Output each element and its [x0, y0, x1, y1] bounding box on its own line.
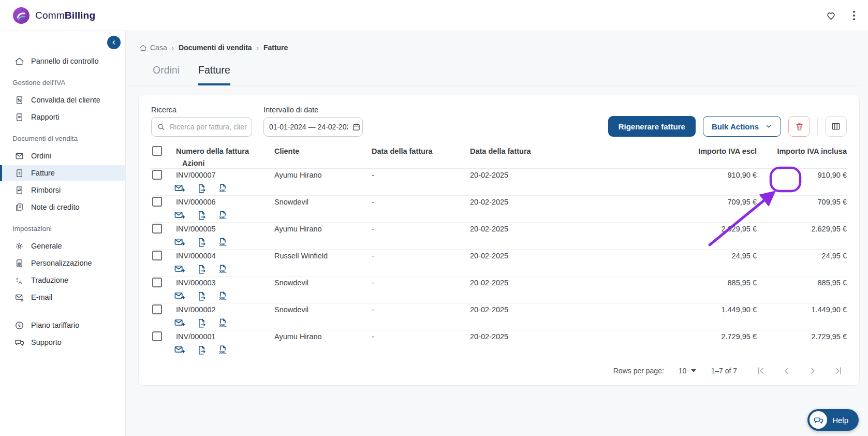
column-settings-button[interactable]: [825, 116, 847, 137]
translation-icon: zA: [14, 275, 24, 285]
send-email-icon[interactable]: [174, 182, 186, 194]
send-email-icon[interactable]: [174, 209, 186, 221]
row-checkbox[interactable]: [152, 251, 162, 260]
send-email-icon[interactable]: [174, 236, 186, 248]
export-document-icon[interactable]: [196, 264, 207, 275]
date-range-field: Intervallo di date: [263, 106, 363, 137]
download-xml-icon[interactable]: XML: [217, 344, 228, 356]
next-page-icon[interactable]: [807, 366, 818, 376]
column-header-client[interactable]: Cliente: [274, 147, 372, 155]
amount-incl-vat: 910,90 €: [757, 171, 847, 179]
regenerate-invoices-button[interactable]: Rigenerare fatture: [608, 116, 696, 137]
export-document-icon[interactable]: [196, 183, 207, 194]
invoice-date-2: 20-02-2025: [470, 252, 663, 260]
column-header-invoice-date-1[interactable]: Data della fattura: [372, 147, 470, 155]
row-checkbox[interactable]: [152, 224, 162, 234]
sidebar-item-pricing-plan[interactable]: € Piano tariffario: [0, 317, 125, 333]
row-checkbox[interactable]: [152, 331, 162, 341]
export-document-icon[interactable]: [196, 344, 207, 356]
amount-excl-vat: 1.449,90 €: [663, 306, 757, 314]
export-document-icon[interactable]: [196, 237, 207, 248]
kebab-menu-icon[interactable]: [852, 10, 856, 21]
send-email-icon[interactable]: [174, 290, 186, 302]
svg-text:XML: XML: [219, 270, 226, 273]
svg-text:XML: XML: [219, 324, 226, 327]
row-checkbox[interactable]: [152, 170, 162, 180]
sidebar-item-credit-notes[interactable]: Note di credito: [0, 199, 125, 215]
client-name: Ayumu Hirano: [274, 171, 372, 179]
tab-orders[interactable]: Ordini: [153, 64, 180, 85]
svg-text:€: €: [18, 323, 21, 328]
calendar-icon[interactable]: [352, 123, 361, 132]
sidebar-item-general[interactable]: Generale: [0, 238, 125, 254]
export-document-icon[interactable]: [196, 317, 207, 329]
download-xml-icon[interactable]: XML: [217, 317, 228, 329]
orders-icon: [14, 151, 24, 161]
invoice-date-1: -: [372, 225, 470, 233]
send-email-icon[interactable]: [174, 263, 186, 275]
row-checkbox[interactable]: [152, 197, 162, 207]
sidebar-item-email[interactable]: E-mail: [0, 289, 125, 305]
rows-per-page-select[interactable]: 10: [679, 367, 697, 375]
delete-button[interactable]: [788, 116, 810, 137]
breadcrumb-separator: ›: [257, 44, 259, 52]
sidebar-item-invoices[interactable]: € Fatture: [0, 165, 125, 181]
download-xml-icon[interactable]: XML: [217, 264, 228, 275]
export-document-icon[interactable]: [196, 290, 207, 302]
trash-icon: [795, 122, 804, 132]
home-icon: [139, 44, 147, 52]
row-checkbox[interactable]: [152, 304, 162, 314]
select-all-checkbox[interactable]: [152, 146, 162, 156]
sidebar-item-personalization[interactable]: Personalizzazione: [0, 255, 125, 271]
date-range-input[interactable]: [269, 123, 348, 131]
column-header-invoice-number[interactable]: Numero della fattura: [176, 147, 274, 155]
download-xml-icon[interactable]: XML: [217, 183, 228, 194]
sidebar-item-orders[interactable]: Ordini: [0, 148, 125, 164]
sidebar-item-label: E-mail: [31, 293, 52, 301]
first-page-icon[interactable]: [756, 366, 766, 376]
date-range-label: Intervallo di date: [263, 106, 363, 114]
sidebar-item-translation[interactable]: zA Traduzione: [0, 272, 125, 288]
help-button[interactable]: Help: [807, 409, 859, 431]
vat-validation-icon: [14, 95, 24, 105]
row-checkbox[interactable]: [152, 278, 162, 287]
amount-excl-vat: 24,95 €: [663, 252, 757, 260]
column-header-invoice-date-2[interactable]: Data della fattura: [470, 147, 663, 155]
sidebar-item-reports[interactable]: Rapporti: [0, 109, 125, 125]
sidebar-item-refunds[interactable]: Rimborsi: [0, 182, 125, 198]
download-xml-icon[interactable]: XML: [217, 237, 228, 248]
search-input[interactable]: [170, 123, 246, 131]
column-header-amount-excl[interactable]: Importo IVA escl: [663, 147, 757, 155]
sidebar-section-sales-docs: Documenti di vendita: [0, 126, 125, 147]
previous-page-icon[interactable]: [782, 366, 792, 376]
invoice-date-1: -: [372, 332, 470, 341]
table-row: INV/000003 Snowdevil - 20-02-2025 885,95…: [151, 277, 847, 303]
favorites-heart-icon[interactable]: [825, 9, 837, 21]
bulk-actions-label: Bulk Actions: [712, 122, 759, 131]
export-document-icon[interactable]: [196, 210, 207, 221]
sidebar-item-label: Piano tariffario: [31, 321, 79, 329]
invoice-date-2: 20-02-2025: [470, 332, 663, 341]
refunds-icon: [14, 185, 24, 195]
sidebar-item-support[interactable]: Supporto: [0, 335, 125, 350]
column-header-amount-incl[interactable]: Importo IVA inclusa: [757, 147, 847, 155]
download-xml-icon[interactable]: XML: [217, 290, 228, 302]
last-page-icon[interactable]: [833, 366, 844, 376]
pagination: Rows per page: 10 1–7 of 7: [151, 357, 847, 384]
brand-name: CommBilling: [35, 10, 95, 21]
download-xml-icon[interactable]: XML: [217, 210, 228, 221]
send-email-icon[interactable]: [174, 317, 186, 329]
sidebar-item-label: Traduzione: [31, 276, 68, 284]
sidebar-collapse-button[interactable]: [107, 36, 121, 49]
send-email-icon[interactable]: [174, 344, 186, 356]
invoice-number: INV/000002: [176, 306, 274, 314]
amount-excl-vat: 709,95 €: [663, 198, 757, 206]
breadcrumb-home[interactable]: Casa: [139, 43, 167, 52]
email-settings-icon: [14, 293, 24, 302]
brand-logo[interactable]: CommBilling: [12, 7, 95, 24]
sidebar-item-dashboard[interactable]: Pannello di controllo: [0, 53, 125, 69]
sidebar-item-customer-validation[interactable]: Convalida del cliente: [0, 92, 125, 108]
breadcrumb-sales-docs[interactable]: Documenti di vendita: [179, 43, 252, 52]
tab-invoices[interactable]: Fatture: [198, 64, 230, 85]
bulk-actions-button[interactable]: Bulk Actions: [703, 116, 781, 137]
